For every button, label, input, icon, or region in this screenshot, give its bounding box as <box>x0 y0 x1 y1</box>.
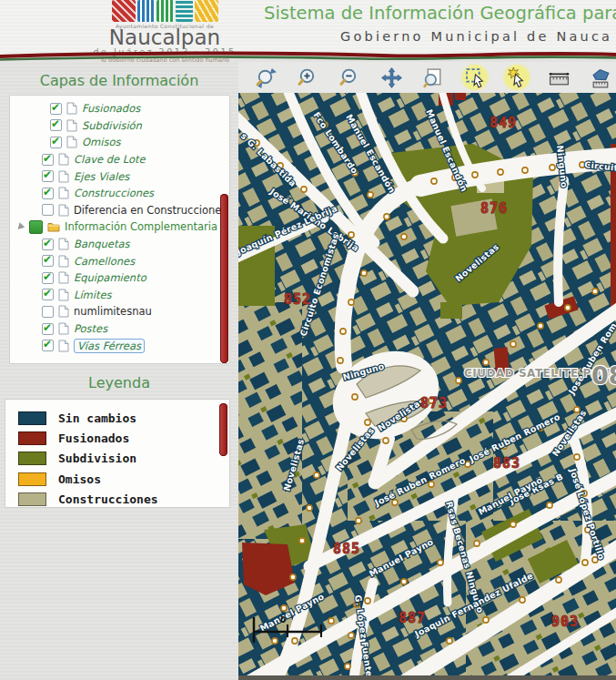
layer-checkbox[interactable] <box>50 119 62 131</box>
pole-marker <box>361 270 367 276</box>
group-checkbox[interactable] <box>29 220 43 234</box>
pole-marker <box>314 472 319 478</box>
pole-marker <box>299 538 305 543</box>
layer-row-construcciones[interactable]: Construcciones <box>10 185 229 202</box>
layer-label: Subdivisión <box>82 119 142 132</box>
layer-checkbox[interactable] <box>42 289 54 300</box>
layer-checkbox[interactable] <box>42 340 54 351</box>
pan-tool[interactable] <box>377 64 408 91</box>
layer-checkbox[interactable] <box>42 239 54 250</box>
layer-row-equipamiento[interactable]: Equipamiento <box>10 269 229 287</box>
legend-panel-title: Leyenda <box>0 364 238 391</box>
zoom-full-extent-tool[interactable] <box>251 64 282 91</box>
pole-marker <box>522 167 528 173</box>
page-icon <box>66 136 77 148</box>
pole-marker <box>431 178 437 184</box>
layer-checkbox[interactable] <box>42 170 54 182</box>
pole-marker <box>392 500 398 505</box>
legend-label: Omisos <box>58 472 101 486</box>
pole-marker <box>556 577 561 583</box>
layer-row-diferencia-en-construcciones[interactable]: Diferencia en Construcciones <box>10 202 229 219</box>
legend-scrollbar[interactable] <box>219 403 227 456</box>
pole-marker <box>483 360 489 365</box>
identify-tool[interactable] <box>501 64 532 91</box>
pole-marker <box>438 560 443 565</box>
layers-panel-title: Capas de Información <box>0 62 238 89</box>
layer-checkbox[interactable] <box>50 137 62 148</box>
layer-checkbox[interactable] <box>42 306 54 318</box>
layer-label: Postes <box>74 322 107 335</box>
legend-item-fusionados: Fusionados <box>18 428 229 448</box>
pole-marker <box>340 329 346 334</box>
layer-row-subdivision[interactable]: Subdivisión <box>10 117 229 135</box>
pole-marker <box>338 358 343 363</box>
pole-marker <box>365 598 370 604</box>
layer-label: Límites <box>74 289 112 301</box>
pole-marker <box>365 420 370 425</box>
layer-row-omisos[interactable]: Omisos <box>10 134 229 151</box>
layer-row-camellones[interactable]: Camellones <box>10 252 229 269</box>
zoom-previous-tool[interactable] <box>419 64 449 91</box>
layer-row-ejes-viales[interactable]: Ejes Viales <box>10 167 229 185</box>
logo-tile-yellow <box>195 0 218 22</box>
logo-tile-red <box>112 0 136 22</box>
legend-panel: Sin cambiosFusionadosSubdivisionOmisosCo… <box>5 399 230 508</box>
app-titles: Sistema de Información Geográfica para G… <box>264 3 616 44</box>
page-icon <box>58 153 69 166</box>
pole-marker <box>456 378 461 383</box>
layer-checkbox[interactable] <box>42 204 54 216</box>
measure-distance-tool[interactable] <box>543 64 574 91</box>
layer-row-vias-ferreas[interactable]: Vías Férreas <box>10 337 229 354</box>
layer-checkbox[interactable] <box>42 188 54 199</box>
map-canvas[interactable]: s G. LabastidaFco LombardoManuel Escandó… <box>238 93 616 680</box>
layer-label: Banquetas <box>74 238 129 250</box>
layer-checkbox[interactable] <box>42 154 54 166</box>
gis-app: Ayuntamiento Constitucional de Naucalpan… <box>0 0 616 680</box>
layer-row-banquetas[interactable]: Banquetas <box>10 236 229 253</box>
layer-checkbox[interactable] <box>50 103 62 115</box>
layer-label: Equipamiento <box>74 271 146 284</box>
pole-marker <box>592 289 598 294</box>
pole-marker <box>301 187 307 192</box>
pole-marker <box>348 633 354 638</box>
pole-marker <box>510 341 516 347</box>
expand-arrow-icon[interactable] <box>15 222 25 232</box>
legend-swatch <box>18 431 46 445</box>
layer-tree: FusionadosSubdivisiónOmisosClave de Lote… <box>10 100 229 354</box>
layer-row-clave-de-lote[interactable]: Clave de Lote <box>10 151 229 168</box>
map-parcels-khaki-zone <box>238 302 302 539</box>
sidebar: Capas de Información FusionadosSubdivisi… <box>0 62 238 680</box>
layer-row-postes[interactable]: Postes <box>10 320 229 338</box>
select-by-rectangle-tool[interactable] <box>459 64 490 91</box>
logo-tile-teal <box>176 0 193 22</box>
pole-marker <box>472 172 478 178</box>
legend-list: Sin cambiosFusionadosSubdivisionOmisosCo… <box>18 408 229 509</box>
pole-marker <box>348 299 354 305</box>
pole-marker <box>565 305 571 310</box>
layer-checkbox[interactable] <box>42 272 54 284</box>
layer-checkbox[interactable] <box>42 255 54 267</box>
legend-label: Construcciones <box>58 492 158 506</box>
tree-scrollbar[interactable] <box>220 194 228 363</box>
legend-label: Sin cambios <box>58 411 136 425</box>
page-icon <box>58 170 69 183</box>
zoom-out-tool[interactable] <box>335 64 366 91</box>
layer-row-limites[interactable]: Límites <box>10 287 229 304</box>
layer-row-numlimitesnau[interactable]: numlimitesnau <box>10 303 229 320</box>
layer-row-fusionados[interactable]: Fusionados <box>10 100 229 117</box>
pole-marker <box>401 579 407 584</box>
page-icon <box>58 187 69 199</box>
layer-row-informacion-complementaria[interactable]: Información Complementaria <box>10 218 229 236</box>
zoom-in-tool[interactable] <box>293 64 324 91</box>
parcel-number: 883 <box>493 455 520 472</box>
parcel-number: 876 <box>480 200 508 217</box>
layer-label: Construcciones <box>74 187 154 199</box>
measure-area-tool[interactable] <box>585 64 616 91</box>
pole-marker <box>401 234 407 239</box>
layer-checkbox[interactable] <box>42 323 54 335</box>
legend-swatch <box>18 452 46 465</box>
layer-label: Clave de Lote <box>74 153 146 166</box>
page-icon <box>58 204 69 217</box>
pole-marker <box>574 454 580 460</box>
page-icon <box>58 322 69 335</box>
